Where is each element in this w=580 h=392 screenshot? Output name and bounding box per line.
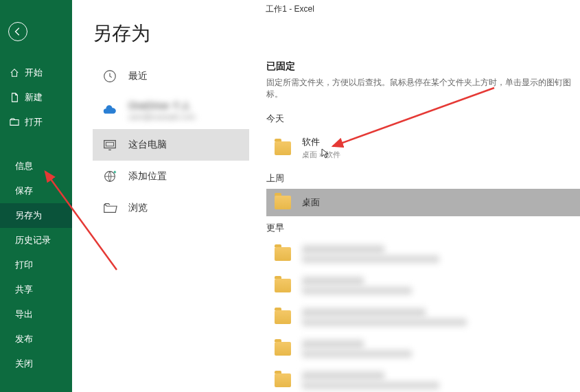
folder-icon	[275, 310, 291, 324]
folder-info: xx	[302, 371, 439, 389]
account-info: OneDrive 个人 user@example.com	[128, 100, 196, 121]
folder-name: x	[302, 308, 426, 317]
folder-icon	[275, 247, 291, 261]
folder-path: x	[302, 382, 439, 389]
location-label: 浏览	[128, 202, 148, 214]
nav-label: 新建	[25, 91, 43, 104]
folder-item-blurred[interactable]: xx	[266, 238, 580, 270]
folder-icon	[275, 373, 291, 387]
folder-info: xx	[302, 340, 412, 358]
location-recent[interactable]: 最近	[93, 60, 249, 92]
nav-sub-item[interactable]: 发布	[0, 327, 72, 351]
folder-path: x	[302, 350, 412, 358]
location-label: 添加位置	[128, 170, 167, 183]
folder-info: 桌面	[302, 196, 320, 209]
nav-primary: 开始 新建 打开	[0, 60, 72, 135]
folder-item-blurred[interactable]: xx	[266, 365, 580, 392]
folder-item-blurred[interactable]: xx	[266, 333, 580, 365]
section-today: 今天	[266, 113, 580, 125]
folder-item-desktop[interactable]: 桌面	[266, 189, 580, 216]
content-row: 最近 OneDrive 个人 user@example.com 这台电脑 添加位…	[72, 60, 580, 392]
app-title: 工作1 - Excel	[0, 3, 580, 15]
nav-label: 历史记录	[15, 234, 51, 246]
location-add-place[interactable]: 添加位置	[93, 161, 249, 192]
folder-info: 软件 桌面 » 软件	[302, 136, 340, 160]
nav-secondary: 信息保存另存为历史记录打印共享导出发布关闭	[0, 154, 72, 376]
nav-label: 开始	[25, 67, 43, 79]
earlier-list: xxxxxxxxxxxxxx	[266, 238, 580, 392]
back-button[interactable]	[8, 22, 27, 41]
nav-label: 打印	[15, 259, 33, 271]
section-earlier: 更早	[266, 222, 580, 234]
account-email: user@example.com	[128, 113, 196, 121]
folder-icon	[275, 279, 291, 292]
nav-label: 另存为	[15, 209, 42, 222]
globe-plus-icon	[102, 169, 117, 184]
locations-column: 最近 OneDrive 个人 user@example.com 这台电脑 添加位…	[72, 60, 249, 392]
svg-rect-2	[106, 142, 114, 146]
folder-item-software[interactable]: 软件 桌面 » 软件	[266, 129, 580, 167]
nav-label: 保存	[15, 185, 33, 197]
folder-icon	[275, 141, 291, 155]
files-column: 已固定 固定所需文件夹，方便以后查找。鼠标悬停在某个文件夹上方时，单击显示的图钉…	[266, 60, 580, 392]
folder-name: x	[302, 245, 384, 254]
pinned-description: 固定所需文件夹，方便以后查找。鼠标悬停在某个文件夹上方时，单击显示的图钉图标。	[266, 77, 580, 100]
nav-label: 信息	[15, 160, 33, 172]
open-icon	[10, 117, 19, 127]
nav-label: 共享	[15, 284, 33, 296]
nav-sub-item[interactable]: 共享	[0, 277, 72, 302]
folder-name: x	[302, 340, 364, 349]
folder-icon	[275, 342, 291, 356]
nav-new[interactable]: 新建	[0, 85, 72, 110]
folder-name: x	[302, 371, 384, 380]
folder-path: x	[302, 319, 467, 326]
location-onedrive[interactable]: OneDrive 个人 user@example.com	[93, 92, 249, 129]
nav-sub-item[interactable]: 信息	[0, 154, 72, 178]
folder-path: 桌面 » 软件	[302, 150, 340, 160]
nav-label: 打开	[25, 116, 43, 128]
section-last-week: 上周	[266, 172, 580, 185]
folder-path: x	[302, 255, 439, 263]
nav-label: 发布	[15, 333, 33, 345]
folder-item-blurred[interactable]: xx	[266, 301, 580, 333]
page-title: 另存为	[93, 21, 580, 47]
account-name: OneDrive 个人	[128, 100, 196, 113]
folder-info: xx	[302, 308, 467, 326]
location-browse[interactable]: 浏览	[93, 192, 249, 224]
nav-sub-item[interactable]: 保存	[0, 178, 72, 203]
nav-home[interactable]: 开始	[0, 60, 72, 85]
nav-sub-item[interactable]: 另存为	[0, 203, 72, 228]
pinned-heading: 已固定	[266, 60, 580, 73]
folder-name: 软件	[302, 136, 340, 148]
main-panel: 另存为 最近 OneDrive 个人 user@example.com 这台电脑…	[72, 0, 580, 392]
arrow-left-icon	[13, 27, 23, 36]
desktop-icon	[102, 137, 117, 152]
location-label: 最近	[128, 70, 148, 82]
nav-label: 导出	[15, 308, 33, 321]
folder-name: 桌面	[302, 196, 320, 209]
nav-sub-item[interactable]: 打印	[0, 253, 72, 277]
folder-open-icon	[102, 200, 117, 216]
nav-sub-item[interactable]: 导出	[0, 302, 72, 327]
folder-path: x	[302, 287, 412, 295]
nav-open[interactable]: 打开	[0, 110, 72, 135]
cloud-icon	[102, 103, 117, 118]
clock-icon	[102, 69, 117, 84]
nav-sub-item[interactable]: 历史记录	[0, 228, 72, 253]
location-this-pc[interactable]: 这台电脑	[93, 129, 249, 161]
backstage-sidebar: 开始 新建 打开 信息保存另存为历史记录打印共享导出发布关闭	[0, 0, 72, 392]
folder-name: x	[302, 277, 364, 286]
new-icon	[10, 93, 19, 102]
nav-label: 关闭	[15, 358, 33, 370]
nav-sub-item[interactable]: 关闭	[0, 351, 72, 376]
folder-icon	[275, 196, 291, 209]
folder-info: xx	[302, 277, 412, 295]
folder-info: xx	[302, 245, 439, 263]
folder-item-blurred[interactable]: xx	[266, 270, 580, 301]
location-label: 这台电脑	[128, 139, 167, 151]
home-icon	[10, 68, 19, 78]
